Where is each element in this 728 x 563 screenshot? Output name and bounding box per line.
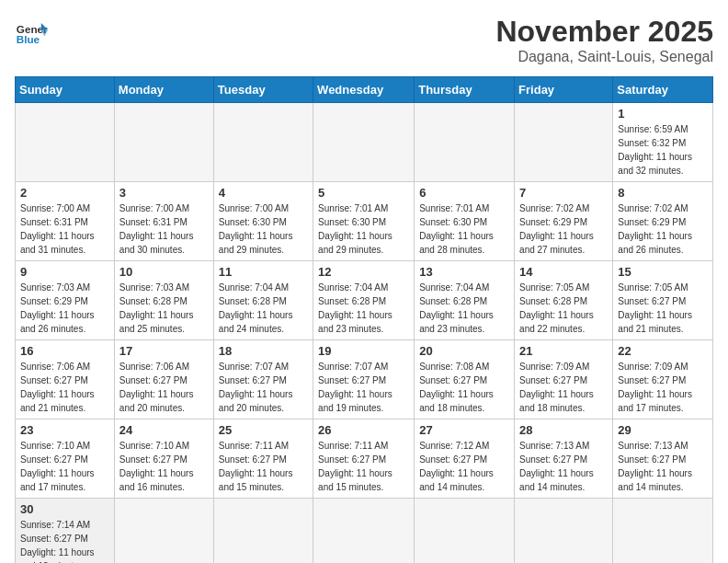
day-number: 25	[219, 423, 308, 437]
calendar-day-cell: 27Sunrise: 7:12 AM Sunset: 6:27 PM Dayli…	[415, 419, 515, 499]
calendar-week-row: 1Sunrise: 6:59 AM Sunset: 6:32 PM Daylig…	[16, 103, 713, 182]
calendar-day-cell	[213, 499, 313, 564]
day-info: Sunrise: 7:07 AM Sunset: 6:27 PM Dayligh…	[219, 360, 308, 415]
svg-text:Blue: Blue	[17, 33, 40, 45]
location-subtitle: Dagana, Saint-Louis, Senegal	[495, 49, 713, 65]
calendar-day-cell: 8Sunrise: 7:02 AM Sunset: 6:29 PM Daylig…	[613, 182, 713, 261]
day-number: 22	[618, 344, 708, 358]
weekday-header-row: SundayMondayTuesdayWednesdayThursdayFrid…	[16, 77, 713, 103]
day-number: 28	[519, 423, 608, 437]
calendar-week-row: 30Sunrise: 7:14 AM Sunset: 6:27 PM Dayli…	[16, 499, 713, 564]
calendar-day-cell: 14Sunrise: 7:05 AM Sunset: 6:28 PM Dayli…	[515, 261, 613, 340]
month-title: November 2025	[495, 15, 713, 49]
day-info: Sunrise: 7:11 AM Sunset: 6:27 PM Dayligh…	[219, 439, 308, 494]
calendar-day-cell: 21Sunrise: 7:09 AM Sunset: 6:27 PM Dayli…	[515, 340, 613, 419]
day-info: Sunrise: 7:03 AM Sunset: 6:29 PM Dayligh…	[20, 281, 109, 336]
day-number: 16	[20, 344, 109, 358]
day-number: 1	[618, 107, 708, 121]
calendar-week-row: 2Sunrise: 7:00 AM Sunset: 6:31 PM Daylig…	[16, 182, 713, 261]
day-number: 23	[20, 423, 109, 437]
day-info: Sunrise: 7:00 AM Sunset: 6:31 PM Dayligh…	[20, 201, 109, 257]
day-info: Sunrise: 7:13 AM Sunset: 6:27 PM Dayligh…	[519, 439, 608, 494]
day-number: 4	[219, 186, 308, 200]
calendar-day-cell: 11Sunrise: 7:04 AM Sunset: 6:28 PM Dayli…	[213, 261, 313, 340]
calendar-day-cell: 9Sunrise: 7:03 AM Sunset: 6:29 PM Daylig…	[16, 261, 115, 340]
calendar-day-cell	[415, 103, 515, 182]
day-number: 14	[519, 265, 608, 279]
logo-icon: General Blue	[15, 15, 48, 48]
day-number: 5	[318, 186, 409, 200]
calendar-day-cell: 7Sunrise: 7:02 AM Sunset: 6:29 PM Daylig…	[515, 182, 613, 261]
day-number: 8	[618, 186, 708, 200]
day-number: 30	[20, 502, 109, 516]
weekday-header-sunday: Sunday	[16, 77, 115, 103]
day-number: 18	[219, 344, 308, 358]
calendar-day-cell	[114, 499, 213, 564]
calendar-table: SundayMondayTuesdayWednesdayThursdayFrid…	[15, 76, 713, 563]
calendar-day-cell	[114, 103, 213, 182]
day-info: Sunrise: 7:09 AM Sunset: 6:27 PM Dayligh…	[519, 360, 608, 415]
calendar-day-cell: 18Sunrise: 7:07 AM Sunset: 6:27 PM Dayli…	[213, 340, 313, 419]
weekday-header-thursday: Thursday	[415, 77, 515, 103]
day-number: 9	[20, 265, 109, 279]
day-info: Sunrise: 7:00 AM Sunset: 6:30 PM Dayligh…	[219, 201, 308, 257]
day-info: Sunrise: 7:04 AM Sunset: 6:28 PM Dayligh…	[318, 281, 409, 336]
calendar-day-cell	[16, 103, 115, 182]
day-info: Sunrise: 7:06 AM Sunset: 6:27 PM Dayligh…	[119, 360, 209, 415]
title-area: November 2025 Dagana, Saint-Louis, Seneg…	[495, 15, 713, 65]
calendar-day-cell	[213, 103, 313, 182]
calendar-day-cell: 16Sunrise: 7:06 AM Sunset: 6:27 PM Dayli…	[16, 340, 115, 419]
day-info: Sunrise: 7:08 AM Sunset: 6:27 PM Dayligh…	[419, 360, 509, 415]
day-number: 29	[618, 423, 708, 437]
calendar-day-cell: 23Sunrise: 7:10 AM Sunset: 6:27 PM Dayli…	[16, 419, 115, 499]
calendar-day-cell	[613, 499, 713, 564]
day-info: Sunrise: 7:04 AM Sunset: 6:28 PM Dayligh…	[419, 281, 509, 336]
calendar-day-cell: 24Sunrise: 7:10 AM Sunset: 6:27 PM Dayli…	[114, 419, 213, 499]
day-number: 26	[318, 423, 409, 437]
day-number: 27	[419, 423, 509, 437]
calendar-day-cell: 13Sunrise: 7:04 AM Sunset: 6:28 PM Dayli…	[415, 261, 515, 340]
calendar-day-cell: 4Sunrise: 7:00 AM Sunset: 6:30 PM Daylig…	[213, 182, 313, 261]
calendar-day-cell: 17Sunrise: 7:06 AM Sunset: 6:27 PM Dayli…	[114, 340, 213, 419]
calendar-week-row: 23Sunrise: 7:10 AM Sunset: 6:27 PM Dayli…	[16, 419, 713, 499]
day-info: Sunrise: 7:04 AM Sunset: 6:28 PM Dayligh…	[219, 281, 308, 336]
day-info: Sunrise: 7:13 AM Sunset: 6:27 PM Dayligh…	[618, 439, 708, 494]
day-info: Sunrise: 7:07 AM Sunset: 6:27 PM Dayligh…	[318, 360, 409, 415]
calendar-day-cell: 3Sunrise: 7:00 AM Sunset: 6:31 PM Daylig…	[114, 182, 213, 261]
calendar-day-cell	[415, 499, 515, 564]
day-info: Sunrise: 7:05 AM Sunset: 6:27 PM Dayligh…	[618, 281, 708, 336]
calendar-day-cell	[515, 499, 613, 564]
calendar-day-cell: 20Sunrise: 7:08 AM Sunset: 6:27 PM Dayli…	[415, 340, 515, 419]
logo: General Blue	[15, 15, 48, 48]
calendar-day-cell: 25Sunrise: 7:11 AM Sunset: 6:27 PM Dayli…	[213, 419, 313, 499]
calendar-day-cell: 15Sunrise: 7:05 AM Sunset: 6:27 PM Dayli…	[613, 261, 713, 340]
day-info: Sunrise: 7:01 AM Sunset: 6:30 PM Dayligh…	[318, 201, 409, 257]
weekday-header-wednesday: Wednesday	[313, 77, 415, 103]
day-number: 6	[419, 186, 509, 200]
day-number: 17	[119, 344, 209, 358]
calendar-day-cell: 12Sunrise: 7:04 AM Sunset: 6:28 PM Dayli…	[313, 261, 415, 340]
weekday-header-friday: Friday	[515, 77, 613, 103]
day-info: Sunrise: 7:09 AM Sunset: 6:27 PM Dayligh…	[618, 360, 708, 415]
day-info: Sunrise: 7:00 AM Sunset: 6:31 PM Dayligh…	[119, 201, 209, 257]
day-info: Sunrise: 7:01 AM Sunset: 6:30 PM Dayligh…	[419, 201, 509, 257]
day-info: Sunrise: 7:10 AM Sunset: 6:27 PM Dayligh…	[119, 439, 209, 494]
day-number: 11	[219, 265, 308, 279]
calendar-day-cell: 19Sunrise: 7:07 AM Sunset: 6:27 PM Dayli…	[313, 340, 415, 419]
day-number: 10	[119, 265, 209, 279]
day-number: 3	[119, 186, 209, 200]
calendar-day-cell: 29Sunrise: 7:13 AM Sunset: 6:27 PM Dayli…	[613, 419, 713, 499]
day-info: Sunrise: 7:06 AM Sunset: 6:27 PM Dayligh…	[20, 360, 109, 415]
day-info: Sunrise: 7:03 AM Sunset: 6:28 PM Dayligh…	[119, 281, 209, 336]
calendar-week-row: 9Sunrise: 7:03 AM Sunset: 6:29 PM Daylig…	[16, 261, 713, 340]
day-info: Sunrise: 7:02 AM Sunset: 6:29 PM Dayligh…	[519, 201, 608, 257]
calendar-day-cell: 6Sunrise: 7:01 AM Sunset: 6:30 PM Daylig…	[415, 182, 515, 261]
weekday-header-saturday: Saturday	[613, 77, 713, 103]
calendar-day-cell: 10Sunrise: 7:03 AM Sunset: 6:28 PM Dayli…	[114, 261, 213, 340]
day-info: Sunrise: 7:12 AM Sunset: 6:27 PM Dayligh…	[419, 439, 509, 494]
day-number: 2	[20, 186, 109, 200]
calendar-day-cell: 22Sunrise: 7:09 AM Sunset: 6:27 PM Dayli…	[613, 340, 713, 419]
day-number: 19	[318, 344, 409, 358]
weekday-header-monday: Monday	[114, 77, 213, 103]
day-info: Sunrise: 7:10 AM Sunset: 6:27 PM Dayligh…	[20, 439, 109, 494]
